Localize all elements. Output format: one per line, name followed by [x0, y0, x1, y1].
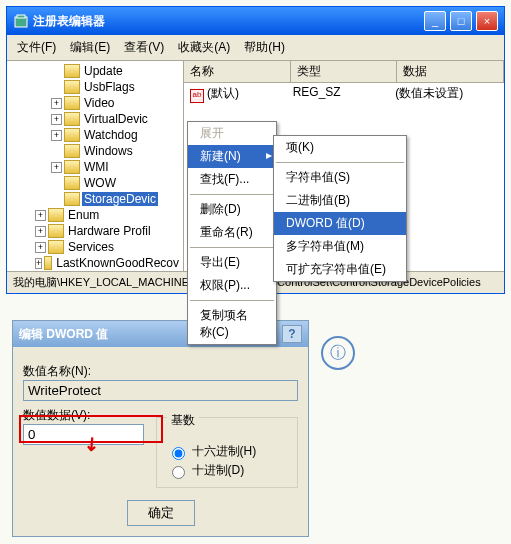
info-badge-icon: ⓘ: [321, 336, 355, 370]
tree-item-enum[interactable]: +Enum: [9, 207, 181, 223]
menu-favorites[interactable]: 收藏夹(A): [172, 37, 236, 58]
new-submenu: 项(K) 字符串值(S) 二进制值(B) DWORD 值(D) 多字符串值(M)…: [273, 135, 407, 282]
registry-tree[interactable]: UpdateUsbFlags+Video+VirtualDevic+Watchd…: [7, 61, 184, 271]
ok-button[interactable]: 确定: [127, 500, 195, 526]
folder-icon: [64, 64, 80, 78]
folder-icon: [48, 208, 64, 222]
menu-view[interactable]: 查看(V): [118, 37, 170, 58]
tree-item-hardware-profil[interactable]: +Hardware Profil: [9, 223, 181, 239]
folder-icon: [64, 80, 80, 94]
tree-item-wow[interactable]: WOW: [9, 175, 181, 191]
ctx-new-dword[interactable]: DWORD 值(D): [274, 212, 406, 235]
ctx-permissions[interactable]: 权限(P)...: [188, 274, 276, 297]
submenu-arrow-icon: ▸: [266, 148, 272, 162]
separator: [190, 247, 274, 248]
expand-icon[interactable]: +: [35, 258, 42, 269]
tree-item-lastknowngoodrecov[interactable]: +LastKnownGoodRecov: [9, 255, 181, 271]
maximize-button[interactable]: □: [450, 11, 472, 31]
folder-icon: [48, 224, 64, 238]
col-type[interactable]: 类型: [291, 61, 398, 82]
expand-icon[interactable]: +: [51, 130, 62, 141]
expand-icon[interactable]: +: [51, 114, 62, 125]
tree-label: Update: [82, 64, 125, 78]
menu-edit[interactable]: 编辑(E): [64, 37, 116, 58]
ctx-delete[interactable]: 删除(D): [188, 198, 276, 221]
tree-label: Video: [82, 96, 116, 110]
menu-help[interactable]: 帮助(H): [238, 37, 291, 58]
folder-icon: [48, 240, 64, 254]
tree-item-watchdog[interactable]: +Watchdog: [9, 127, 181, 143]
col-data[interactable]: 数据: [397, 61, 504, 82]
tree-item-wmi[interactable]: +WMI: [9, 159, 181, 175]
tree-item-update[interactable]: Update: [9, 63, 181, 79]
folder-icon: [44, 256, 52, 270]
tree-item-services[interactable]: +Services: [9, 239, 181, 255]
tree-label: Enum: [66, 208, 101, 222]
folder-icon: [64, 96, 80, 110]
folder-icon: [64, 160, 80, 174]
tree-item-storagedevic[interactable]: StorageDevic: [9, 191, 181, 207]
hex-radio[interactable]: [172, 447, 185, 460]
expand-icon[interactable]: +: [51, 162, 62, 173]
svg-rect-1: [17, 15, 25, 18]
ctx-export[interactable]: 导出(E): [188, 251, 276, 274]
list-row[interactable]: ab(默认) REG_SZ (数值未设置): [184, 83, 504, 105]
list-header: 名称 类型 数据: [184, 61, 504, 83]
tree-label: Watchdog: [82, 128, 140, 142]
help-button[interactable]: ?: [282, 325, 302, 343]
folder-icon: [64, 192, 80, 206]
ctx-copy-key-name[interactable]: 复制项名称(C): [188, 304, 276, 344]
ctx-expand: 展开: [188, 122, 276, 145]
separator: [190, 300, 274, 301]
tree-item-video[interactable]: +Video: [9, 95, 181, 111]
tree-label: VirtualDevic: [82, 112, 150, 126]
dec-radio[interactable]: [172, 466, 185, 479]
ctx-new-string[interactable]: 字符串值(S): [274, 166, 406, 189]
folder-icon: [64, 112, 80, 126]
cell-data: (数值未设置): [395, 85, 498, 103]
radix-group: 基数 十六进制(H) 十进制(D): [156, 417, 299, 488]
tree-label: Hardware Profil: [66, 224, 153, 238]
cell-type: REG_SZ: [293, 85, 396, 103]
context-menu: 展开 新建(N)▸ 查找(F)... 删除(D) 重命名(R) 导出(E) 权限…: [187, 121, 277, 345]
expand-icon[interactable]: +: [35, 226, 46, 237]
expand-icon[interactable]: +: [35, 242, 46, 253]
radix-legend: 基数: [167, 412, 199, 429]
app-icon: [13, 13, 29, 29]
tree-label: LastKnownGoodRecov: [54, 256, 181, 270]
tree-item-windows[interactable]: Windows: [9, 143, 181, 159]
tree-item-virtualdevic[interactable]: +VirtualDevic: [9, 111, 181, 127]
expand-icon[interactable]: +: [51, 98, 62, 109]
folder-icon: [64, 128, 80, 142]
value-name-input[interactable]: [23, 380, 298, 401]
tree-label: Services: [66, 240, 116, 254]
close-button[interactable]: ×: [476, 11, 498, 31]
col-name[interactable]: 名称: [184, 61, 291, 82]
menubar: 文件(F) 编辑(E) 查看(V) 收藏夹(A) 帮助(H): [7, 35, 504, 61]
ctx-rename[interactable]: 重命名(R): [188, 221, 276, 244]
tree-item-usbflags[interactable]: UsbFlags: [9, 79, 181, 95]
cell-name: ab(默认): [190, 85, 293, 103]
window-title: 注册表编辑器: [33, 13, 420, 30]
dialog-body: 数值名称(N): 数值数据(V): ↗ 基数 十六进制(H) 十进制(D) 确定: [13, 347, 308, 536]
ctx-new-key[interactable]: 项(K): [274, 136, 406, 159]
tree-label: Windows: [82, 144, 135, 158]
ctx-new-expandstring[interactable]: 可扩充字符串值(E): [274, 258, 406, 281]
folder-icon: [64, 176, 80, 190]
minimize-button[interactable]: _: [424, 11, 446, 31]
separator: [276, 162, 404, 163]
ctx-new[interactable]: 新建(N)▸: [188, 145, 276, 168]
ctx-new-binary[interactable]: 二进制值(B): [274, 189, 406, 212]
tree-label: UsbFlags: [82, 80, 137, 94]
tree-label: WMI: [82, 160, 111, 174]
registry-editor-window: 注册表编辑器 _ □ × 文件(F) 编辑(E) 查看(V) 收藏夹(A) 帮助…: [6, 6, 505, 294]
ctx-find[interactable]: 查找(F)...: [188, 168, 276, 191]
radix-hex[interactable]: 十六进制(H): [167, 443, 288, 460]
radix-dec[interactable]: 十进制(D): [167, 462, 288, 479]
titlebar[interactable]: 注册表编辑器 _ □ ×: [7, 7, 504, 35]
ctx-new-multistring[interactable]: 多字符串值(M): [274, 235, 406, 258]
folder-icon: [64, 144, 80, 158]
menu-file[interactable]: 文件(F): [11, 37, 62, 58]
value-name-label: 数值名称(N):: [23, 363, 298, 380]
expand-icon[interactable]: +: [35, 210, 46, 221]
